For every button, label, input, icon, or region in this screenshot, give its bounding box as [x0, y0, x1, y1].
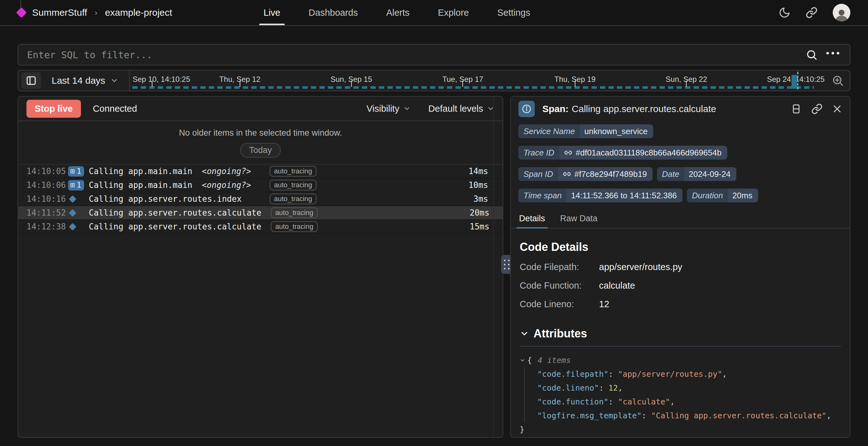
timeline-track[interactable]: Sep 10, 14:10:25 Thu, Sep 12 Sun, Sep 15… [130, 70, 827, 91]
tab-explore[interactable]: Explore [438, 0, 469, 25]
json-root-toggle[interactable]: { 4 items [520, 353, 841, 367]
close-brace: } [520, 423, 841, 437]
trace-row[interactable]: 14:10:06 ⊞1 Calling app.main.main <ongoi… [18, 179, 503, 192]
code-function-row: Code Function: calculate [520, 281, 841, 291]
split-panel-icon[interactable] [790, 103, 802, 115]
visibility-dropdown[interactable]: Visibility [367, 103, 411, 114]
trace-id-badge[interactable]: Trace ID #df01acad0311189c8b66a466d96965… [518, 146, 727, 160]
duration-badge: Duration 20ms [687, 189, 758, 202]
badge-label: Duration [687, 189, 728, 202]
share-link-icon[interactable] [806, 7, 817, 19]
attributes-section-toggle[interactable]: Attributes [520, 327, 841, 340]
today-button[interactable]: Today [240, 143, 281, 158]
trace-row[interactable]: 14:10:16 ⊞ Calling app.server.routes.ind… [18, 192, 503, 206]
brand-diamond-icon[interactable] [16, 7, 27, 18]
trace-count-badge: ⊞1 [68, 166, 84, 177]
user-avatar[interactable] [833, 4, 850, 22]
tag-badge: auto_tracing [271, 221, 318, 232]
scrollbar[interactable] [493, 97, 494, 437]
kv-label: Code Filepath: [520, 262, 599, 272]
timeline-tick [686, 81, 687, 87]
json-entry: "logfire.msg_template": "Calling app.ser… [537, 409, 841, 423]
json-key: "code.filepath" [537, 370, 609, 379]
json-entry: "code.lineno": 12 [537, 381, 841, 395]
dark-mode-toggle-moon-icon[interactable] [779, 7, 790, 19]
code-lineno-row: Code Lineno: 12 [520, 299, 841, 309]
trace-row[interactable]: 14:12:38 ⊞ Calling app.server.routes.cal… [18, 220, 503, 234]
tag-badge: auto_tracing [270, 166, 316, 177]
timeline-tick [575, 81, 576, 87]
timeline-histogram-baseline [132, 86, 814, 89]
org-name[interactable]: SummerStuff [32, 7, 87, 18]
attributes-heading: Attributes [533, 327, 587, 340]
span-id-badge[interactable]: Span ID #f7c8e294f7489b19 [518, 167, 653, 181]
tab-alerts[interactable]: Alerts [386, 0, 409, 25]
tab-settings[interactable]: Settings [497, 0, 530, 25]
trace-row[interactable]: 14:10:05 ⊞1 Calling app.main.main <ongoi… [18, 165, 503, 179]
date-badge: Date 2024-09-24 [657, 167, 736, 181]
kv-label: Code Function: [520, 281, 599, 291]
badge-value: unknown_service [580, 127, 653, 136]
tab-details[interactable]: Details [518, 211, 546, 228]
row-duration: 14ms [458, 166, 488, 176]
live-feed-panel: Stop live Connected Visibility Default l… [18, 96, 503, 438]
span-diamond-icon [69, 209, 76, 217]
timeline-activity-spike [792, 75, 797, 89]
breadcrumb-separator: › [94, 8, 98, 18]
json-value: 12 [609, 383, 623, 392]
row-duration: 20ms [459, 208, 490, 218]
span-name: Calling app.server.routes.calculate [89, 208, 261, 218]
badge-label: Trace ID [518, 146, 559, 160]
info-icon [518, 101, 535, 117]
row-timestamp: 14:12:38 [27, 222, 68, 231]
time-range-dropdown[interactable]: Last 14 days [41, 75, 129, 86]
badge-label: Time span [518, 189, 567, 202]
timeline-now-cursor [797, 72, 798, 89]
stop-live-button[interactable]: Stop live [27, 100, 81, 118]
json-key: "code.function" [537, 397, 609, 406]
row-timestamp: 14:10:05 [27, 166, 68, 176]
json-entry: "code.function": "calculate" [537, 395, 841, 409]
nav-tabs: Live Dashboards Alerts Explore Settings [264, 0, 530, 25]
span-diamond-icon [69, 223, 76, 230]
trace-id-value: #df01acad0311189c8b66a466d969654b [576, 148, 721, 158]
chevron-down-icon [520, 329, 529, 338]
span-name: Calling app.server.routes.calculate [571, 103, 716, 114]
time-span-badge: Time span 14:11:52.366 to 14:11:52.386 [518, 189, 682, 202]
copy-link-icon[interactable] [811, 103, 823, 115]
row-duration: 10ms [458, 180, 488, 190]
default-levels-label: Default levels [428, 103, 483, 114]
json-value: "app/server/routes.py" [618, 370, 727, 379]
sql-filter-input[interactable] [18, 45, 806, 65]
plus-square-icon: ⊞ [70, 181, 75, 189]
top-navigation: SummerStuff › example-project Live Dashb… [0, 0, 868, 26]
project-name[interactable]: example-project [105, 7, 172, 18]
close-icon[interactable] [832, 104, 842, 114]
breadcrumb: SummerStuff › example-project [18, 7, 172, 18]
timeline-tick [351, 81, 352, 87]
span-metadata-badges: Service Name unknown_service Trace ID #d… [511, 121, 850, 202]
badge-label: Span ID [518, 167, 558, 181]
default-levels-dropdown[interactable]: Default levels [428, 103, 494, 114]
trace-row[interactable]: 14:11:52 ⊞ Calling app.server.routes.cal… [18, 206, 503, 220]
pane-divider [503, 96, 510, 438]
tab-raw-data[interactable]: Raw Data [560, 211, 598, 228]
span-title: Span:Calling app.server.routes.calculate [542, 103, 716, 114]
span-detail-actions [790, 103, 842, 115]
kv-value: calculate [599, 281, 635, 291]
more-options-icon[interactable]: ••• [826, 53, 841, 56]
span-name: Calling app.server.routes.index [89, 194, 242, 204]
tab-live[interactable]: Live [264, 0, 280, 25]
row-timestamp: 14:10:06 [27, 180, 68, 190]
sql-filter-bar: ••• [18, 44, 850, 65]
live-feed-header: Stop live Connected Visibility Default l… [18, 97, 503, 121]
search-icon[interactable] [806, 49, 817, 61]
link-icon [564, 148, 572, 157]
zoom-in-icon[interactable] [832, 74, 844, 87]
sidebar-toggle-icon[interactable] [22, 72, 41, 89]
json-key: "logfire.msg_template" [537, 411, 642, 420]
span-kind-label: Span: [542, 103, 568, 114]
timeline-bar: Last 14 days Sep 10, 14:10:25 Thu, Sep 1… [18, 70, 850, 91]
tab-dashboards[interactable]: Dashboards [309, 0, 358, 25]
row-duration: 3ms [458, 194, 488, 204]
